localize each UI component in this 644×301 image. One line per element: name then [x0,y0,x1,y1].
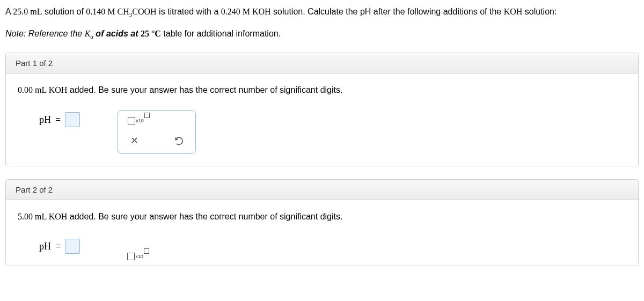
ph-label-1: pH [39,114,51,126]
part-1-header: Part 1 of 2 [6,53,638,74]
text: A [5,7,13,16]
note-line: Note: Reference the Ka of acids at 25 °C… [5,29,639,40]
koh: KOH [504,7,523,16]
x10-label: x10 [136,118,144,123]
mantissa-box-icon [128,117,135,124]
volume-1: 25.0 mL [13,7,42,16]
note-prefix: Note: [5,29,26,38]
undo-button-1[interactable] [173,134,186,147]
tool-palette-1: x10 ✕ [118,110,196,154]
problem-statement: A 25.0 mL solution of 0.140 M CH3COOH is… [5,5,639,19]
sci-notation-button-1[interactable]: x10 [128,117,150,124]
ph-label-2: pH [39,241,51,252]
part-2-prompt: 5.00 mL KOH added. Be sure your answer h… [18,212,626,222]
part-1: Part 1 of 2 0.00 mL KOH added. Be sure y… [5,53,639,166]
conc-1: 0.140 M CH [86,7,129,16]
exponent-box-icon [144,248,149,254]
ph-input-2[interactable] [65,239,80,254]
note-mid: Reference the [26,29,84,38]
answer-equation-1: pH = [39,110,80,127]
ka-k: K [85,29,91,38]
part-2-header: Part 2 of 2 [6,180,638,200]
equals-2: = [55,241,61,252]
undo-icon [174,135,185,146]
part-2: Part 2 of 2 5.00 mL KOH added. Be sure y… [5,179,639,266]
sci-notation-button-2[interactable]: x10 [127,253,149,260]
clear-button-1[interactable]: ✕ [128,134,141,147]
note-temp: 25 °C [141,29,161,38]
x-icon: ✕ [130,135,138,146]
ph-input-1[interactable] [65,112,80,127]
tool-palette-2: x10 [118,237,159,260]
text: solution: [522,7,557,16]
part-2-vol: 5.00 mL KOH [18,212,67,221]
mantissa-box-icon [127,253,135,260]
text: solution of [42,7,86,16]
part-1-prompt: 0.00 mL KOH added. Be sure your answer h… [18,85,626,95]
note-suffix: table for additional information. [161,29,281,38]
part-2-prompt-tail: added. Be sure your answer has the corre… [67,212,342,221]
answer-equation-2: pH = [39,237,80,254]
conc-2: 0.240 M KOH [221,7,271,16]
exponent-box-icon [144,113,150,118]
note-bold: of acids at [93,29,141,38]
part-1-vol: 0.00 mL KOH [18,85,67,94]
text: solution. Calculate the pH after the fol… [271,7,504,16]
cooh: COOH [132,7,156,16]
text: is titrated with a [157,7,221,16]
equals-1: = [55,114,61,126]
x10-label: x10 [135,254,143,259]
part-1-prompt-tail: added. Be sure your answer has the corre… [67,85,342,94]
